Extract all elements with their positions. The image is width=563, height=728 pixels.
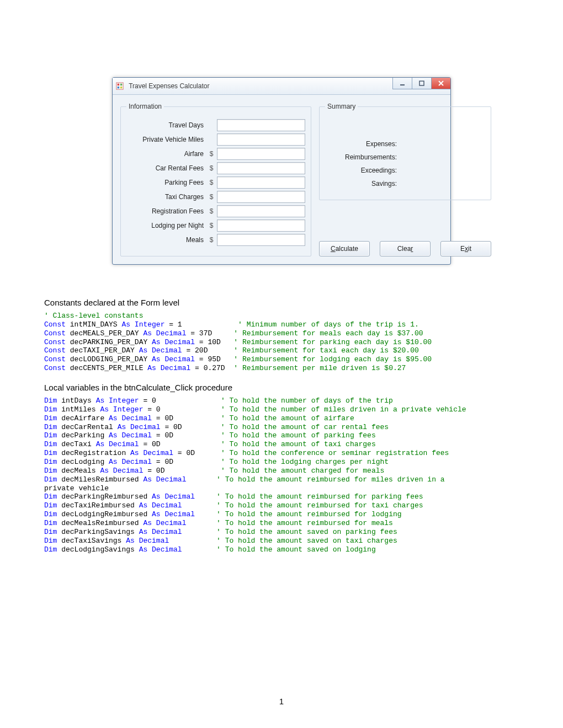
summary-row: Savings: — [325, 179, 485, 189]
minimize-icon — [399, 80, 406, 87]
client-area: Information Travel DaysPrivate Vehicle M… — [113, 95, 450, 264]
text-input[interactable] — [217, 119, 305, 131]
text-input[interactable] — [217, 220, 305, 232]
text-input[interactable] — [217, 133, 305, 146]
field-label: Lodging per Night — [126, 222, 204, 229]
text-input[interactable] — [217, 176, 305, 189]
app-icon — [116, 79, 124, 87]
currency-symbol: $ — [208, 222, 215, 229]
text-input[interactable] — [217, 234, 305, 246]
app-window: Travel Expenses Calculator Information T… — [112, 77, 451, 265]
field-label: Taxi Charges — [126, 193, 204, 201]
info-row: Car Rental Fees$ — [126, 162, 305, 174]
button-label-part: alculate — [336, 245, 358, 253]
button-label-part: Clea — [397, 245, 411, 253]
summary-value — [401, 152, 485, 162]
locals-code-block: Dim intDays As Integer = 0 ' To hold the… — [44, 397, 519, 554]
button-row: Calculate Clear Exit — [319, 231, 491, 256]
field-label: Airfare — [126, 150, 204, 158]
svg-rect-3 — [118, 87, 120, 89]
close-button[interactable] — [431, 78, 450, 89]
button-label-part: E — [460, 245, 465, 253]
text-input[interactable] — [217, 148, 305, 160]
summary-legend: Summary — [325, 103, 358, 110]
summary-label: Reimbursements: — [325, 153, 397, 161]
info-row: Meals$ — [126, 234, 305, 246]
info-row: Parking Fees$ — [126, 176, 305, 189]
information-legend: Information — [126, 103, 164, 110]
svg-rect-4 — [120, 87, 123, 89]
close-icon — [438, 80, 444, 87]
info-row: Registration Fees$ — [126, 205, 305, 217]
summary-row: Expenses: — [325, 139, 485, 149]
maximize-icon — [418, 80, 425, 87]
field-label: Parking Fees — [126, 179, 204, 186]
button-label-part: r — [411, 245, 413, 253]
window-title: Travel Expenses Calculator — [129, 82, 209, 90]
window-buttons — [392, 78, 450, 89]
constants-code-block: ' Class-level constants Const intMIN_DAY… — [44, 312, 519, 373]
text-input[interactable] — [217, 205, 305, 217]
svg-rect-1 — [118, 84, 120, 86]
summary-label: Expenses: — [325, 140, 397, 148]
summary-label: Exceedings: — [325, 167, 397, 174]
svg-rect-2 — [120, 84, 123, 86]
minimize-button[interactable] — [392, 78, 412, 89]
summary-value — [401, 139, 485, 149]
summary-value — [401, 165, 485, 175]
field-label: Meals — [126, 236, 204, 244]
button-label-part: C — [331, 245, 336, 253]
info-row: Lodging per Night$ — [126, 220, 305, 232]
currency-symbol: $ — [208, 164, 215, 172]
exit-button[interactable]: Exit — [440, 241, 491, 256]
summary-row: Exceedings: — [325, 165, 485, 175]
locals-heading: Local variables in the btnCalculate_Clic… — [44, 383, 519, 392]
info-row: Travel Days — [126, 119, 305, 131]
calculate-button[interactable]: Calculate — [319, 241, 370, 256]
summary-value — [401, 179, 485, 189]
info-row: Taxi Charges$ — [126, 191, 305, 203]
text-input[interactable] — [217, 162, 305, 174]
information-groupbox: Information Travel DaysPrivate Vehicle M… — [120, 103, 311, 256]
field-label: Private Vehicle Miles — [126, 136, 204, 143]
info-row: Private Vehicle Miles — [126, 133, 305, 146]
field-label: Travel Days — [126, 121, 204, 129]
summary-groupbox: Summary Expenses:Reimbursements:Exceedin… — [319, 103, 491, 200]
currency-symbol: $ — [208, 150, 215, 158]
constants-heading: Constants declared at the Form level — [44, 298, 519, 307]
maximize-button[interactable] — [412, 78, 431, 89]
field-label: Car Rental Fees — [126, 164, 204, 172]
clear-button[interactable]: Clear — [380, 241, 431, 256]
currency-symbol: $ — [208, 236, 215, 244]
page-number: 1 — [0, 697, 563, 706]
summary-label: Savings: — [325, 180, 397, 188]
currency-symbol: $ — [208, 179, 215, 186]
svg-rect-6 — [419, 81, 424, 85]
info-row: Airfare$ — [126, 148, 305, 160]
text-input[interactable] — [217, 191, 305, 203]
field-label: Registration Fees — [126, 207, 204, 215]
button-label-part: it — [468, 245, 471, 253]
currency-symbol: $ — [208, 193, 215, 201]
titlebar: Travel Expenses Calculator — [113, 78, 450, 95]
currency-symbol: $ — [208, 207, 215, 215]
summary-row: Reimbursements: — [325, 152, 485, 162]
